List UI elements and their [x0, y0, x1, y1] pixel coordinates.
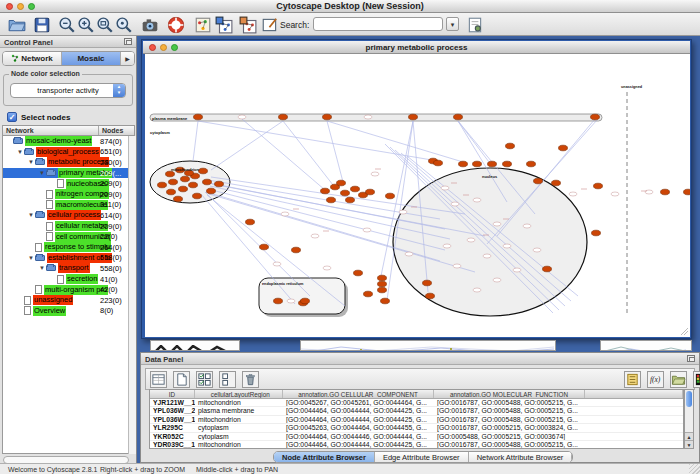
import-attributes-folder-icon[interactable] [670, 371, 687, 388]
table-row[interactable]: YDR039C__1mitochondrion[GO:0044464, GO:0… [150, 441, 683, 449]
app-title: Cytoscape Desktop (New Session) [0, 0, 700, 13]
expand-arrow-icon[interactable]: ▼ [16, 149, 24, 155]
tree-item-label: multi-organism pro [44, 285, 108, 295]
network-window-titlebar[interactable]: primary metabolic process [143, 41, 690, 54]
tree-item[interactable]: nitrogen compo209(0) [3, 189, 128, 200]
window-controls[interactable] [6, 3, 35, 10]
search-config-icon[interactable] [466, 16, 484, 34]
background-window-fragment[interactable] [600, 340, 692, 351]
tab-overflow-icon[interactable]: ▶ [121, 52, 134, 65]
tree-vertical-scrollbar[interactable] [128, 136, 136, 454]
tree-item[interactable]: unassigned223(0) [3, 295, 128, 306]
tree-item[interactable]: Overview8(0) [3, 306, 128, 317]
create-attribute-icon[interactable] [173, 371, 190, 388]
tree-item[interactable]: ▼establishment of lo558(0) [3, 253, 128, 264]
canvas-resize-grip[interactable] [681, 328, 688, 335]
help-lifesaver-icon[interactable] [167, 16, 185, 34]
network-tree-header[interactable]: Network Nodes [2, 125, 135, 136]
network-leaf-icon [46, 232, 53, 241]
zoom-out-icon[interactable] [58, 16, 76, 34]
tree-item[interactable]: secretion41(0) [3, 274, 128, 285]
select-attributes-icon[interactable] [150, 371, 167, 388]
delete-attribute-trash-icon[interactable] [242, 371, 259, 388]
tree-item[interactable]: ▼transport558(0) [3, 263, 128, 274]
snapshot-camera-icon[interactable] [140, 16, 160, 34]
expand-arrow-icon[interactable]: ▼ [38, 170, 46, 176]
expand-arrow-icon[interactable]: ▼ [38, 265, 46, 271]
open-file-icon[interactable] [8, 16, 26, 34]
tree-item[interactable]: response to stimulu264(0) [3, 242, 128, 253]
expand-arrow-icon[interactable]: ▼ [27, 212, 35, 218]
resize-grip[interactable] [689, 464, 700, 474]
app-titlebar: Cytoscape Desktop (New Session) [0, 0, 700, 13]
table-row[interactable]: YJR121W__1mitochondrion[GO:0045267, GO:0… [150, 399, 683, 407]
table-row[interactable]: YKR052Ccytoplasm[GO:0044464, GO:0044446,… [150, 433, 683, 441]
heatmap-matrix-icon[interactable] [693, 371, 700, 388]
search-input[interactable] [313, 17, 443, 31]
status-pan-hint: Middle-click + drag to PAN [196, 466, 278, 473]
attribute-table-header[interactable]: ID _cellularLayoutRegion annotation.GO C… [150, 390, 683, 399]
expand-arrow-icon[interactable]: ▼ [27, 159, 35, 165]
tree-item[interactable]: multi-organism pro42(0) [3, 284, 128, 295]
tab-network-attribute-browser[interactable]: Network Attribute Browser [469, 452, 573, 462]
scroll-down-icon[interactable]: ▼ [685, 440, 693, 448]
float-panel-icon[interactable] [124, 38, 132, 45]
network-overview-icon[interactable] [194, 16, 212, 34]
tree-item-label: biological_process [36, 147, 100, 157]
search-dropdown-icon[interactable]: ▾ [446, 17, 459, 31]
network-canvas[interactable]: plasma membrane cytoplasm mitochondrion … [145, 54, 690, 337]
network-window-title: primary metabolic process [143, 41, 690, 54]
attribute-list-icon[interactable] [624, 371, 641, 388]
table-row[interactable]: YPL036W__2plasma membrane[GO:0044464, GO… [150, 407, 683, 415]
folder-icon [13, 138, 23, 144]
annotation-icon[interactable] [261, 16, 279, 34]
attribute-table[interactable]: ID _cellularLayoutRegion annotation.GO C… [149, 389, 684, 449]
close-window-icon[interactable] [6, 3, 13, 10]
table-row[interactable]: YPL036W__1mitochondrion[GO:0044464, GO:0… [150, 416, 683, 424]
tree-item-selected[interactable]: ▼primary metabo209(... [3, 168, 128, 179]
dropdown-stepper-icon[interactable]: ▲▼ [113, 84, 125, 97]
tree-item[interactable]: nucleobase-209(0) [3, 178, 128, 189]
tree-item[interactable]: cellular metabo209(0) [3, 221, 128, 232]
tab-mosaic[interactable]: Mosaic [62, 52, 121, 65]
layout-network-b-icon[interactable] [239, 16, 257, 34]
zoom-window-icon[interactable] [28, 3, 35, 10]
tree-item[interactable]: ▼cellular process614(0) [3, 210, 128, 221]
mitochondrion-label: mitochondrion [171, 167, 200, 172]
background-window-fragment[interactable] [300, 340, 556, 351]
tree-item[interactable]: ▼metabolic process280(0) [3, 157, 128, 168]
formula-fx-icon[interactable]: f(x) [647, 371, 664, 388]
tree-item[interactable]: cell communicat22(0) [3, 231, 128, 242]
layout-network-a-icon[interactable] [215, 16, 233, 34]
folder-icon [35, 212, 45, 218]
zoom-in-icon[interactable] [77, 16, 95, 34]
tree-item[interactable]: ▼biological_process651(0) [3, 147, 128, 158]
select-nodes-checkbox[interactable]: ✓ [7, 112, 17, 122]
close-view-icon[interactable] [149, 44, 156, 51]
minimize-view-icon[interactable] [160, 44, 167, 51]
network-leaf-icon [35, 285, 42, 294]
select-all-attributes-icon[interactable] [196, 371, 213, 388]
zoom-view-icon[interactable] [171, 44, 178, 51]
scroll-up-icon[interactable]: ▲ [685, 432, 693, 440]
zoom-selected-icon[interactable] [115, 16, 133, 34]
tab-edge-attribute-browser[interactable]: Edge Attribute Browser [375, 452, 469, 462]
background-window-fragment[interactable] [150, 340, 240, 351]
col-molecular-function: annotation.GO MOLECULAR_FUNCTION [434, 390, 585, 398]
data-panel-toolbar: f(x) [145, 368, 695, 390]
network-view-window[interactable]: primary metabolic process [141, 39, 692, 339]
tree-item[interactable]: mosaic-demo-yeast874(0) [3, 136, 128, 147]
table-vertical-scrollbar[interactable]: ▲ ▼ [684, 389, 694, 449]
tree-item[interactable]: macromolecule311(0) [3, 200, 128, 211]
zoom-fit-icon[interactable] [96, 16, 114, 34]
tab-node-attribute-browser[interactable]: Node Attribute Browser [274, 452, 375, 462]
scrollbar-thumb[interactable] [686, 391, 692, 407]
expand-arrow-icon[interactable]: ▼ [27, 255, 35, 261]
node-color-dropdown[interactable]: transporter activity ▲▼ [10, 83, 126, 98]
unselect-all-attributes-icon[interactable] [219, 371, 236, 388]
float-panel-icon[interactable] [687, 355, 695, 362]
minimize-window-icon[interactable] [17, 3, 24, 10]
table-row[interactable]: YLR295Ccytoplasm[GO:0045263, GO:0044464,… [150, 424, 683, 432]
tab-network[interactable]: Network [3, 52, 62, 65]
save-session-icon[interactable] [33, 16, 51, 34]
